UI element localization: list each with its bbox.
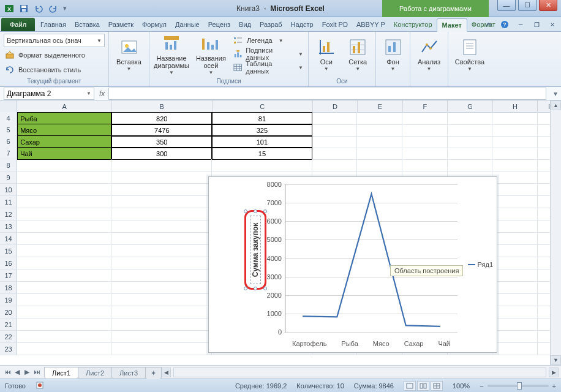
cell[interactable] [448,112,493,125]
properties-button[interactable]: Свойства ▼ [452,34,488,75]
cell[interactable] [111,270,212,282]
cell[interactable] [312,124,358,137]
cell[interactable] [402,112,448,125]
cell[interactable] [492,208,538,221]
cell[interactable] [357,159,402,172]
tab-data[interactable]: Данные [171,18,204,31]
new-sheet-button[interactable]: ✶ [145,367,162,379]
cell[interactable] [17,208,111,221]
resize-handle[interactable] [254,287,257,290]
cell[interactable] [111,221,212,233]
col-header[interactable]: D [313,100,358,113]
plot-area[interactable]: 010002000300040005000600070008000 [285,184,457,333]
cell[interactable] [111,318,212,331]
cell[interactable] [492,282,538,294]
tab-pagelayout[interactable]: Разметк [104,18,138,31]
cell[interactable] [357,147,402,160]
cell[interactable] [17,306,111,318]
background-button[interactable]: Фон ▼ [380,34,406,75]
workbook-close-icon[interactable]: × [546,18,559,31]
cell[interactable] [17,294,111,306]
cell[interactable] [17,331,111,343]
cell[interactable] [17,245,111,257]
cell[interactable] [492,221,538,233]
legend-button[interactable]: Легенда ▼ [232,34,304,47]
cell[interactable]: 7476 [111,124,212,137]
cell[interactable] [111,159,212,172]
tab-formulas[interactable]: Формул [138,18,171,31]
cell[interactable] [492,124,538,137]
tab-addins[interactable]: Надстр [287,18,318,31]
row-header[interactable]: 19 [0,294,17,306]
vertical-scrollbar[interactable]: ▲ ▼ [550,100,561,365]
row-header[interactable]: 6 [0,135,17,148]
cell[interactable] [312,147,358,160]
cell[interactable] [492,270,538,282]
cell[interactable] [17,221,111,233]
row-header[interactable]: 9 [0,172,17,184]
workbook-restore-icon[interactable]: ❐ [530,18,543,31]
cell[interactable] [492,306,538,318]
row-header[interactable]: 18 [0,282,17,294]
sheet-tab[interactable]: Лист3 [111,367,146,379]
cell[interactable] [212,159,312,172]
gridlines-button[interactable]: Сетка ▼ [344,34,372,75]
insert-button[interactable]: Вставка ▼ [113,34,145,75]
cell[interactable] [448,135,493,148]
prev-sheet-icon[interactable]: ◀ [12,368,22,376]
cell[interactable] [402,135,448,148]
tab-review[interactable]: Реценз [204,18,235,31]
cell[interactable] [111,306,212,318]
y-axis-title-selected[interactable]: Сумма закупок [244,210,266,290]
help-icon[interactable]: ? [499,18,511,31]
cell[interactable]: Рыба [17,112,111,125]
cell[interactable] [111,184,212,196]
row-header[interactable]: 8 [0,159,17,172]
name-box[interactable]: Диаграмма 2 ▼ [4,88,94,100]
row-header[interactable]: 15 [0,245,17,257]
row-header[interactable]: 10 [0,184,17,196]
cell[interactable] [492,135,538,148]
select-all-corner[interactable] [0,100,17,113]
cell[interactable] [111,331,212,343]
cell[interactable] [492,196,538,208]
row-header[interactable]: 7 [0,147,17,159]
row-header[interactable]: 4 [0,112,17,124]
chart-element-selector[interactable]: Вертикальная ось (знач ▼ [4,34,105,47]
cell[interactable]: 325 [212,124,312,137]
last-sheet-icon[interactable]: ⏭ [32,368,42,376]
sheet-tab[interactable]: Лист2 [78,367,112,379]
cell[interactable] [492,112,538,125]
cell[interactable] [17,282,111,294]
cell[interactable] [17,159,111,172]
scroll-left-icon[interactable]: ◀ [161,368,171,377]
cell[interactable] [111,294,212,306]
qat-customize-icon[interactable]: ▾ [61,2,69,15]
cell[interactable] [17,270,111,282]
undo-icon[interactable] [32,2,45,15]
workbook-minimize-icon[interactable]: – [514,18,527,31]
cell[interactable] [402,159,448,172]
sheet-nav-arrows[interactable]: ⏮ ◀ ▶ ⏭ [0,368,44,376]
cell[interactable] [357,112,402,125]
cell[interactable] [17,343,111,355]
cell[interactable]: 300 [111,147,212,160]
cell[interactable] [17,318,111,331]
cell[interactable] [111,196,212,208]
row-header[interactable]: 13 [0,221,17,233]
cell[interactable] [111,282,212,294]
row-header[interactable]: 23 [0,343,17,355]
expand-formula-bar-icon[interactable]: ▾ [550,89,561,98]
resize-handle[interactable] [263,287,267,290]
chart-legend[interactable]: Ряд1 [468,261,493,268]
resize-handle[interactable] [263,209,267,213]
reset-style-button[interactable]: Восстановить стиль [4,63,105,77]
cell[interactable] [492,159,538,172]
redo-icon[interactable] [47,2,60,15]
tab-home[interactable]: Главная [36,18,70,31]
cell[interactable] [492,172,538,184]
tab-developer[interactable]: Разраб [255,18,287,31]
zoom-slider[interactable] [488,385,549,387]
cell[interactable] [448,147,493,160]
macro-record-icon[interactable] [36,381,44,391]
